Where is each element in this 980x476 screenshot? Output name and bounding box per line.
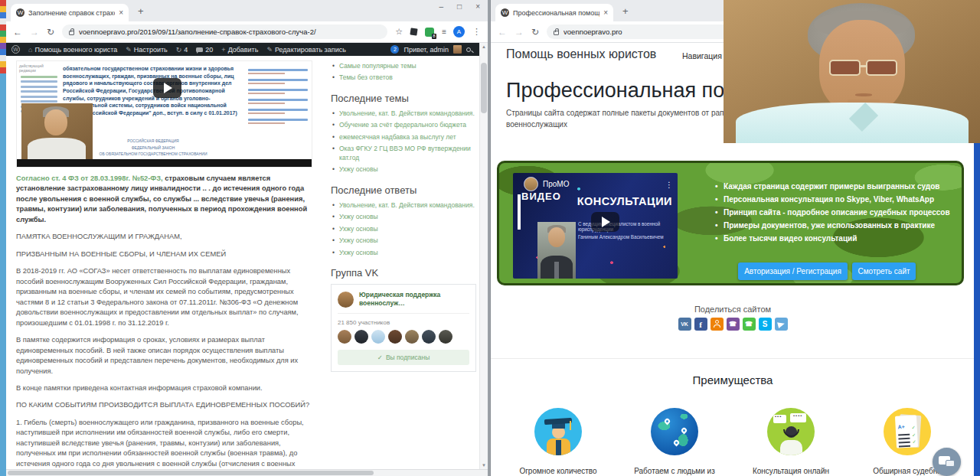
search-icon[interactable] xyxy=(466,47,471,52)
desktop-edge-strip xyxy=(0,0,6,476)
profile-avatar[interactable]: A xyxy=(453,26,465,37)
extension-list-icon[interactable]: ≡ xyxy=(442,28,446,36)
new-tab-button[interactable]: + xyxy=(622,5,629,17)
vk-member-avatar[interactable] xyxy=(405,330,419,344)
site-title[interactable]: Помощь военных юристов xyxy=(506,47,656,61)
scrollbar-thumb[interactable] xyxy=(481,63,487,113)
support-agent-icon: ••••••• xyxy=(767,408,815,455)
scroll-down-icon[interactable]: ▼ xyxy=(480,463,488,468)
vk-share-icon[interactable]: VK xyxy=(678,318,691,331)
admin-avatar[interactable] xyxy=(453,45,462,54)
vertical-scrollbar[interactable]: ▲ ▼ xyxy=(479,43,488,469)
banner-bullet: Примеры документов, уже использованных в… xyxy=(715,220,956,231)
chat-widget-button[interactable] xyxy=(933,448,961,476)
right-active-tab[interactable]: W Профессиональная помощь, во × xyxy=(495,4,613,21)
reload-icon[interactable]: ↻ xyxy=(531,27,539,37)
edge-icon xyxy=(0,67,6,73)
vk-member-avatar[interactable] xyxy=(354,330,368,344)
vk-member-avatar[interactable] xyxy=(388,330,402,344)
topic-link[interactable]: ежемесячная надбавка за выслугу лет xyxy=(331,133,476,142)
telegram-share-icon[interactable] xyxy=(775,318,788,331)
admin-site-name[interactable]: ⌂Помощь военного юриста xyxy=(28,46,117,54)
forward-icon[interactable]: → xyxy=(30,27,39,37)
tab-title: Профессиональная помощь, во xyxy=(513,9,599,17)
maximize-icon[interactable]: □ xyxy=(457,2,462,11)
vk-member-avatar[interactable] xyxy=(422,330,436,344)
edge-icon xyxy=(0,18,6,24)
topic-link[interactable]: Ухжу основы xyxy=(331,165,476,174)
tab-title: Заполнение справок страховог xyxy=(28,9,115,17)
admin-edit-post[interactable]: ✎Редактировать запись xyxy=(266,46,345,54)
link-bar xyxy=(248,103,285,104)
vk-member-avatar[interactable] xyxy=(439,330,452,344)
skype-share-icon[interactable]: S xyxy=(759,318,772,331)
forward-icon[interactable]: → xyxy=(514,27,524,37)
channel-avatar[interactable] xyxy=(524,177,538,191)
share-section: Поделиться сайтом VK f ☎ ☎ S xyxy=(491,305,974,331)
view-site-button[interactable]: Смотреть сайт xyxy=(852,262,916,280)
back-icon[interactable]: ← xyxy=(13,27,22,37)
video-menu-icon[interactable]: ⋮ xyxy=(665,181,673,189)
promo-video-thumbnail[interactable]: ПроМО ВИДЕО КОНСУЛЬТАЦИИ С ведущим специ… xyxy=(513,173,678,279)
left-active-tab[interactable]: W Заполнение справок страховог × xyxy=(11,4,129,21)
admin-updates[interactable]: ↻4 xyxy=(176,46,188,54)
link-bar xyxy=(21,100,57,103)
reply-link[interactable]: Ухжу основы xyxy=(331,225,476,233)
advantage-label: Огромное количество xyxy=(519,467,596,475)
wordpress-favicon: W xyxy=(16,8,24,17)
video-letterbox xyxy=(17,159,312,167)
admin-customize[interactable]: ✎Настроить xyxy=(126,46,168,54)
tab-close-icon[interactable]: × xyxy=(603,8,608,17)
odnoklassniki-share-icon[interactable] xyxy=(710,318,724,331)
topic-link[interactable]: Увольнение, кат. В. Действия командовани… xyxy=(331,109,476,118)
address-bar[interactable]: voennoepravo.pro/2019/09/11/заполнение-с… xyxy=(62,24,387,39)
admin-add-new[interactable]: +Добавить xyxy=(221,46,258,54)
video-player[interactable]: действующей редакции обязательном госуда… xyxy=(16,60,312,168)
play-button[interactable] xyxy=(591,212,619,232)
banner-bullet: Более тысячи видео консультаций xyxy=(715,233,956,244)
vk-member-avatar[interactable] xyxy=(371,330,385,344)
play-button[interactable] xyxy=(153,78,181,98)
channel-name[interactable]: ПроМО xyxy=(543,180,569,188)
extension-shield-icon[interactable]: 8 xyxy=(425,28,434,37)
pencil-icon: ✎ xyxy=(266,46,273,54)
topic-link[interactable]: Обучение за счёт федерального бюджета xyxy=(331,121,476,129)
notification-badge[interactable]: 2 xyxy=(390,45,399,54)
law-link[interactable]: Согласно ст. 4 ФЗ от 28.03.1998г. №52-ФЗ… xyxy=(16,174,163,182)
viber-share-icon[interactable]: ☎ xyxy=(727,318,740,331)
reply-link[interactable]: Ухжу основы xyxy=(331,236,476,245)
sidebar-link[interactable]: Темы без ответов xyxy=(331,73,476,82)
scroll-up-icon[interactable]: ▲ xyxy=(480,44,488,49)
back-icon[interactable]: ← xyxy=(498,27,507,37)
reply-link[interactable]: Увольнение, кат. В. Действия командовани… xyxy=(331,201,476,210)
sidebar-link[interactable]: Самые популярные темы xyxy=(331,62,476,70)
whatsapp-share-icon[interactable]: ☎ xyxy=(743,318,756,331)
extension-cube-icon[interactable] xyxy=(410,28,418,35)
vk-group-name[interactable]: Юридическая поддержка военнослуж… xyxy=(359,291,469,308)
close-window-icon[interactable]: × xyxy=(475,2,480,11)
documents-icon: A+✓✓✓ xyxy=(884,408,931,455)
browser-menu-icon[interactable]: ⋮ xyxy=(472,27,481,37)
edge-icon xyxy=(0,61,6,67)
facebook-share-icon[interactable]: f xyxy=(694,318,707,331)
vk-subscribed-button[interactable]: ✓ Вы подписаны xyxy=(338,350,469,365)
hscrollbar-thumb[interactable] xyxy=(8,471,374,475)
vk-group-avatar[interactable] xyxy=(338,292,354,308)
new-tab-button[interactable]: + xyxy=(138,5,144,17)
minimize-icon[interactable]: – xyxy=(439,2,444,11)
wp-logo-icon[interactable]: W xyxy=(11,45,20,54)
banner-bullet: Принцип сайта - подробное описание судеб… xyxy=(715,207,956,218)
horizontal-scrollbar[interactable] xyxy=(6,469,488,476)
tab-close-icon[interactable]: × xyxy=(119,8,123,17)
reply-link[interactable]: Ухжу основы xyxy=(331,213,476,221)
reload-icon[interactable]: ↻ xyxy=(47,27,54,37)
vk-member-avatar[interactable] xyxy=(338,330,351,344)
presenter-face xyxy=(44,109,67,135)
admin-greeting[interactable]: Привет, admin xyxy=(403,46,449,54)
auth-register-button[interactable]: Авторизация / Регистрация xyxy=(738,262,848,280)
topic-link[interactable]: Оказ ФГКУ 2 ГЦ ВВЭ МО РФ вутверждении ка… xyxy=(331,145,476,162)
reply-link[interactable]: Ухжу основы xyxy=(331,249,476,257)
bookmark-star-icon[interactable]: ☆ xyxy=(395,27,403,37)
video-title: КОНСУЛЬТАЦИИ xyxy=(577,195,672,207)
admin-comments[interactable]: 20 xyxy=(196,46,213,54)
